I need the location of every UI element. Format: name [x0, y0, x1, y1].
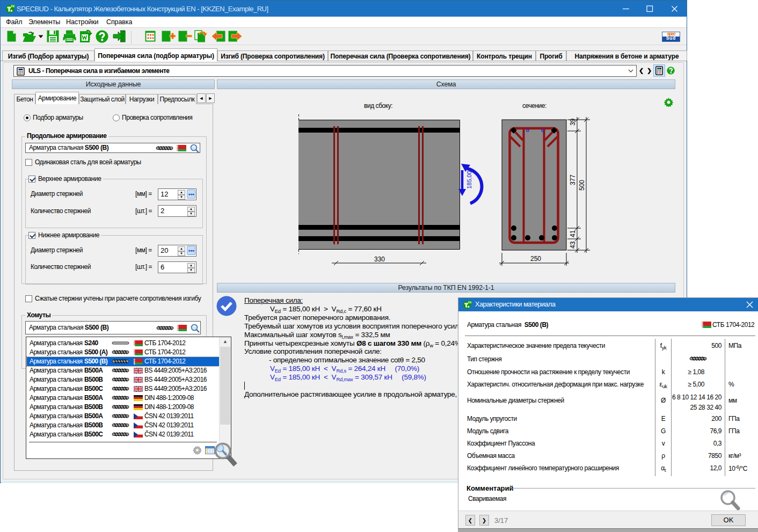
- svg-text:377: 377: [569, 174, 577, 185]
- svg-text:330: 330: [374, 256, 385, 263]
- svg-text:185,00: 185,00: [466, 171, 472, 189]
- svg-text:41: 41: [569, 230, 577, 237]
- svg-text:250: 250: [530, 255, 541, 263]
- svg-text:43: 43: [569, 241, 577, 249]
- svg-text:500: 500: [578, 180, 586, 191]
- svg-text:39: 39: [569, 118, 577, 126]
